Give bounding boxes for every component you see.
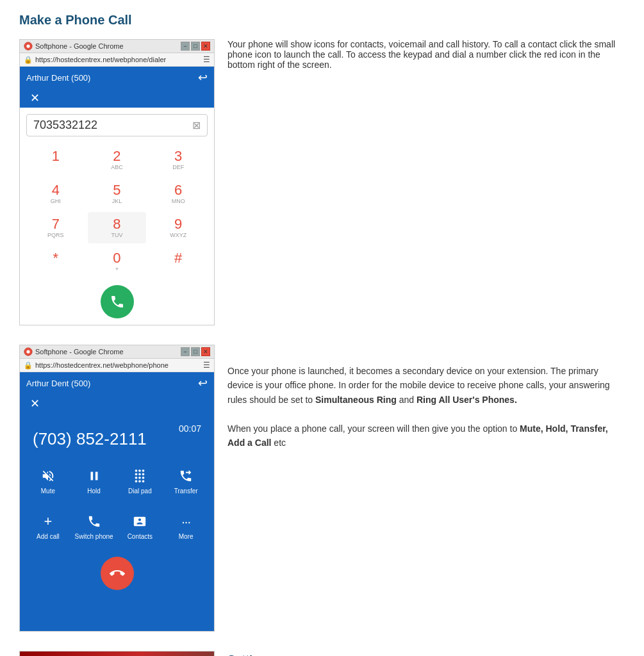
lock-icon: 🔒 — [24, 56, 33, 64]
mute-hold-bold: Mute, Hold, Transfer, Add a Call — [227, 423, 608, 448]
key-5[interactable]: 5 JKL — [88, 178, 147, 209]
url-text-active: https://hostedcentrex.net/webphone/phone — [35, 361, 169, 369]
dialer-x-btn[interactable]: ✕ — [25, 89, 45, 107]
switch-phone-icon — [85, 512, 103, 530]
chrome-window-controls: − □ ✕ — [181, 42, 210, 51]
key-6[interactable]: 6 MNO — [149, 178, 208, 209]
switch-phone-label: Switch phone — [75, 533, 113, 540]
top-section: Softphone - Google Chrome − □ ✕ 🔒 https:… — [19, 39, 625, 325]
bottom-section: AD Active Answering Rule Default + ↩ Art… — [19, 651, 625, 656]
minimize-btn-active[interactable]: − — [181, 347, 190, 356]
chrome-title-left-active: Softphone - Google Chrome — [24, 347, 124, 356]
dialpad-icon — [131, 467, 149, 485]
chrome-title-text: Softphone - Google Chrome — [35, 42, 124, 50]
key-7[interactable]: 7 PQRS — [26, 212, 85, 243]
add-call-icon: + — [39, 512, 57, 530]
url-bar-dialer: 🔒 https://hostedcentrex.net/webphone/dia… — [20, 53, 214, 67]
contacts-icon — [131, 512, 149, 530]
dialer-body: 7035332122 ⊠ 1 2 ABC 3 DEF 4 — [20, 108, 214, 325]
chrome-title-left: Softphone - Google Chrome — [24, 42, 124, 51]
maximize-btn[interactable]: □ — [191, 42, 200, 51]
close-btn[interactable]: ✕ — [201, 42, 210, 51]
key-4[interactable]: 4 GHI — [26, 178, 85, 209]
dialer-settings-icon[interactable]: ↩ — [198, 70, 208, 85]
mute-button[interactable]: Mute — [26, 463, 70, 498]
dialpad-button[interactable]: Dial pad — [119, 463, 162, 498]
middle-right-text: Once your phone is launched, it becomes … — [227, 345, 625, 450]
add-call-button[interactable]: + Add call — [26, 509, 70, 544]
lock-icon-active: 🔒 — [24, 361, 33, 370]
close-btn-active[interactable]: ✕ — [201, 347, 210, 356]
dialer-contact-name: Arthur Dent (500) — [26, 73, 90, 83]
add-call-label: Add call — [37, 533, 60, 540]
active-call-phone-screenshot: Softphone - Google Chrome − □ ✕ 🔒 https:… — [19, 345, 215, 632]
key-8[interactable]: 8 TUV — [88, 212, 147, 243]
key-0[interactable]: 0 + — [88, 246, 147, 277]
call-number: (703) 852-2111 — [33, 429, 147, 449]
key-star[interactable]: * — [26, 246, 85, 277]
key-1[interactable]: 1 — [26, 144, 85, 176]
call-number-row: (703) 852-2111 00:07 — [26, 423, 208, 450]
active-phone-header: Arthur Dent (500) ↩ — [20, 372, 214, 394]
phone-call-icon — [110, 294, 125, 309]
dialer-phone-screenshot: Softphone - Google Chrome − □ ✕ 🔒 https:… — [19, 39, 215, 325]
menu-icon-active: ☰ — [203, 361, 210, 370]
ring-all-bold: Ring All User's Phones. — [417, 395, 517, 405]
call-timer: 00:07 — [179, 423, 201, 434]
top-desc-text: Your phone will show icons for contacts,… — [227, 39, 625, 70]
call-controls-row2: + Add call Switch phone — [26, 509, 208, 544]
dialpad-label: Dial pad — [128, 488, 152, 495]
mute-icon — [39, 467, 57, 485]
keypad: 1 2 ABC 3 DEF 4 GHI 5 JKL — [26, 144, 208, 277]
chrome-window-controls-active: − □ ✕ — [181, 347, 210, 356]
settings-bg — [20, 652, 214, 656]
dialer-phone-header: Arthur Dent (500) ↩ — [20, 67, 214, 88]
settings-right-text: Settings To edit settings, greetings and… — [227, 651, 625, 656]
switch-phone-button[interactable]: Switch phone — [72, 509, 116, 544]
transfer-label: Transfer — [174, 488, 198, 495]
active-call-body: (703) 852-2111 00:07 Mute — [20, 413, 214, 631]
end-call-button[interactable] — [101, 557, 134, 590]
key-hash[interactable]: # — [149, 246, 208, 277]
minimize-btn[interactable]: − — [181, 42, 190, 51]
url-bar-active: 🔒 https://hostedcentrex.net/webphone/pho… — [20, 359, 214, 372]
menu-icon: ☰ — [203, 55, 210, 64]
settings-section-title: Settings — [227, 651, 625, 656]
transfer-button[interactable]: Transfer — [164, 463, 208, 498]
svg-point-3 — [26, 350, 29, 353]
chrome-titlebar-active: Softphone - Google Chrome − □ ✕ — [20, 345, 214, 359]
phone-number: 7035332122 — [33, 119, 97, 132]
simultaneous-ring-bold: Simultaneous Ring — [315, 395, 397, 405]
hold-button[interactable]: Hold — [72, 463, 116, 498]
svg-point-1 — [26, 44, 29, 47]
clear-button[interactable]: ⊠ — [192, 119, 201, 131]
more-label: More — [179, 533, 194, 540]
key-9[interactable]: 9 WXYZ — [149, 212, 208, 243]
chrome-logo-icon-active — [24, 347, 33, 356]
active-x-row: ✕ — [20, 394, 214, 413]
active-x-btn[interactable]: ✕ — [25, 395, 45, 413]
green-call-button[interactable] — [101, 285, 134, 318]
page-title: Make a Phone Call — [19, 13, 625, 28]
call-button-row — [26, 285, 208, 318]
settings-menu-screenshot: AD Active Answering Rule Default + ↩ Art… — [19, 651, 215, 656]
top-description: Your phone will show icons for contacts,… — [227, 39, 625, 70]
key-2[interactable]: 2 ABC — [88, 144, 147, 176]
maximize-btn-active[interactable]: □ — [191, 347, 200, 356]
transfer-icon — [177, 467, 195, 485]
more-button[interactable]: ··· More — [164, 509, 208, 544]
contacts-button[interactable]: Contacts — [119, 509, 162, 544]
number-display: 7035332122 ⊠ — [26, 114, 208, 136]
hold-label: Hold — [87, 488, 101, 495]
chrome-logo-icon — [24, 42, 33, 51]
key-3[interactable]: 3 DEF — [149, 144, 208, 176]
more-icon: ··· — [177, 512, 195, 530]
when-place-call-text: When you place a phone call, your screen… — [227, 422, 625, 450]
active-chrome-title: Softphone - Google Chrome — [35, 348, 124, 356]
hold-icon — [85, 467, 103, 485]
end-call-icon — [110, 566, 125, 581]
url-text: https://hostedcentrex.net/webphone/diale… — [35, 56, 166, 63]
once-launched-text: Once your phone is launched, it becomes … — [227, 364, 625, 407]
active-settings-icon[interactable]: ↩ — [198, 376, 208, 390]
middle-section: Softphone - Google Chrome − □ ✕ 🔒 https:… — [19, 345, 625, 632]
